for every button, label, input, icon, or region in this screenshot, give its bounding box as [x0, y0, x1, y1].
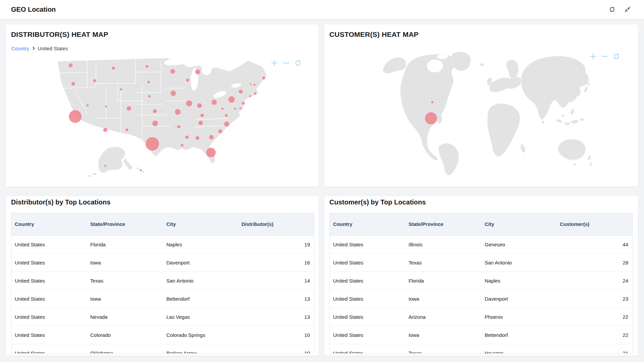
cell-city: Colorado Springs [163, 326, 238, 344]
cell-value: 13 [238, 290, 314, 308]
map-bubble[interactable] [146, 65, 148, 68]
map-bubble[interactable] [153, 109, 157, 113]
map-bubble[interactable] [93, 79, 96, 82]
table-row[interactable]: United States Colorado Colorado Springs … [11, 326, 314, 344]
reset-zoom-icon[interactable] [612, 52, 621, 61]
map-bubble[interactable] [148, 81, 150, 83]
map-bubble[interactable] [181, 144, 183, 146]
table-row[interactable]: United States Illinois Geneseo 44 [330, 235, 632, 253]
map-bubble[interactable] [87, 104, 89, 107]
map-bubble[interactable] [148, 95, 151, 98]
map-bubble[interactable] [195, 69, 200, 74]
us-heat-map[interactable] [55, 57, 270, 183]
map-bubble[interactable] [218, 129, 222, 133]
col-city: City [481, 213, 556, 235]
cell-value: 10 [238, 344, 314, 354]
customer-heatmap-panel: CUSTOMER(S) HEAT MAP [324, 24, 638, 187]
map-bubble[interactable] [71, 82, 75, 86]
map-bubble[interactable] [253, 84, 255, 86]
map-bubble[interactable] [199, 121, 203, 125]
map-bubble[interactable] [239, 107, 241, 109]
map-bubble[interactable] [120, 88, 122, 90]
map-bubble[interactable] [171, 90, 176, 96]
map-bubble[interactable] [125, 128, 128, 131]
table-row[interactable]: United States Iowa Bettendorf 22 [330, 326, 632, 344]
world-heat-map[interactable] [371, 49, 593, 177]
zoom-in-icon[interactable] [270, 58, 279, 68]
map-bubble[interactable] [152, 121, 158, 126]
distributor-table-title: Distributor(s) by Top Locations [11, 198, 110, 206]
map-bubble[interactable] [254, 92, 256, 95]
map-bubble[interactable] [177, 125, 180, 129]
map-bubble[interactable] [69, 110, 82, 123]
table-row[interactable]: United States Nevada Las Vegas 13 [11, 308, 314, 326]
table-row[interactable]: United States Texas San Antonio 28 [330, 253, 632, 272]
map-bubble[interactable] [146, 137, 159, 150]
cell-state: Arizona [405, 308, 481, 326]
map-bubble[interactable] [140, 169, 142, 171]
cell-city: Bettendorf [163, 290, 238, 308]
col-country: Country [330, 213, 405, 235]
cell-city: Houston [481, 344, 556, 354]
table-row[interactable]: United States Florida Naples 19 [11, 235, 314, 253]
us-mainland [58, 58, 267, 164]
table-row[interactable]: United States Florida Naples 24 [330, 272, 632, 290]
map-bubble[interactable] [262, 76, 265, 79]
titlebar: GEO Location [0, 0, 644, 19]
map-bubble[interactable] [431, 101, 434, 104]
cell-country: United States [330, 326, 405, 344]
map-bubble[interactable] [186, 100, 192, 106]
breadcrumb-country-link[interactable]: Country [11, 46, 29, 51]
map-bubble[interactable] [206, 148, 216, 157]
zoom-out-icon[interactable] [281, 58, 291, 68]
table-row[interactable]: United States Texas San Antonio 14 [11, 272, 314, 290]
distributor-heatmap-title: DISTRIBUTOR(S) HEAT MAP [11, 31, 108, 39]
cell-city: Broken Arrow [163, 344, 238, 354]
map-bubble[interactable] [105, 106, 107, 108]
zoom-out-icon[interactable] [600, 52, 609, 61]
customer-table-panel: Customer(s) by Top Locations Country Sta… [324, 196, 638, 356]
table-row[interactable]: United States Arizona Phoenix 22 [330, 308, 632, 326]
distributor-table: Country State/Province City Distributor(… [11, 213, 314, 354]
map-bubble[interactable] [196, 136, 199, 140]
map-bubble[interactable] [224, 121, 229, 126]
cell-country: United States [11, 235, 87, 253]
customer-heatmap-title: CUSTOMER(S) HEAT MAP [329, 31, 419, 39]
map-bubble[interactable] [201, 114, 204, 117]
distributor-table-wrap[interactable]: Country State/Province City Distributor(… [11, 213, 314, 354]
map-bubble[interactable] [225, 114, 228, 117]
map-bubble[interactable] [425, 112, 437, 124]
table-row[interactable]: United States Oklahoma Broken Arrow 10 [11, 344, 314, 354]
map-bubble[interactable] [112, 67, 115, 70]
table-row[interactable]: United States Iowa Bettendorf 13 [11, 290, 314, 308]
map-bubble[interactable] [241, 102, 245, 105]
cell-state: Iowa [87, 290, 163, 308]
cell-value: 19 [238, 235, 314, 253]
map-bubble[interactable] [249, 95, 251, 97]
cell-country: United States [330, 344, 405, 354]
customer-table-wrap[interactable]: Country State/Province City Customer(s) … [329, 213, 633, 354]
collapse-button[interactable] [623, 5, 633, 14]
map-bubble[interactable] [197, 103, 202, 108]
map-bubble[interactable] [221, 108, 224, 110]
map-bubble[interactable] [212, 100, 217, 105]
map-bubble[interactable] [103, 128, 107, 132]
reset-zoom-icon[interactable] [293, 58, 303, 68]
map-bubble[interactable] [170, 69, 175, 74]
map-bubble[interactable] [185, 135, 189, 139]
refresh-button[interactable] [608, 5, 617, 14]
table-row[interactable]: United States Iowa Davenport 16 [11, 253, 314, 272]
map-bubble[interactable] [127, 106, 131, 111]
table-row[interactable]: United States Texas Houston 21 [330, 344, 632, 354]
map-bubble[interactable] [228, 96, 235, 103]
map-controls [588, 52, 621, 61]
map-bubble[interactable] [104, 165, 106, 167]
map-bubble[interactable] [175, 109, 181, 115]
map-bubble[interactable] [69, 63, 73, 67]
map-bubble[interactable] [239, 89, 243, 94]
map-bubble[interactable] [209, 135, 214, 139]
table-row[interactable]: United States Iowa Davenport 23 [330, 290, 632, 308]
map-bubble[interactable] [186, 78, 190, 82]
map-bubble[interactable] [250, 83, 252, 85]
map-bubble[interactable] [234, 108, 236, 110]
